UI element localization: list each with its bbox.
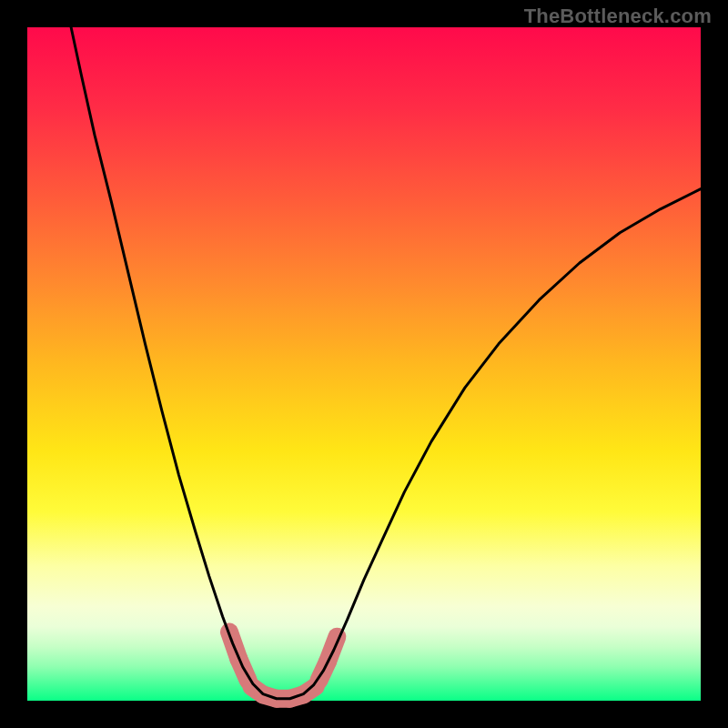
chart-stage: TheBottleneck.com [0, 0, 728, 728]
bottleneck-chart [0, 0, 728, 728]
plot-background [27, 27, 701, 701]
watermark-label: TheBottleneck.com [524, 5, 712, 28]
